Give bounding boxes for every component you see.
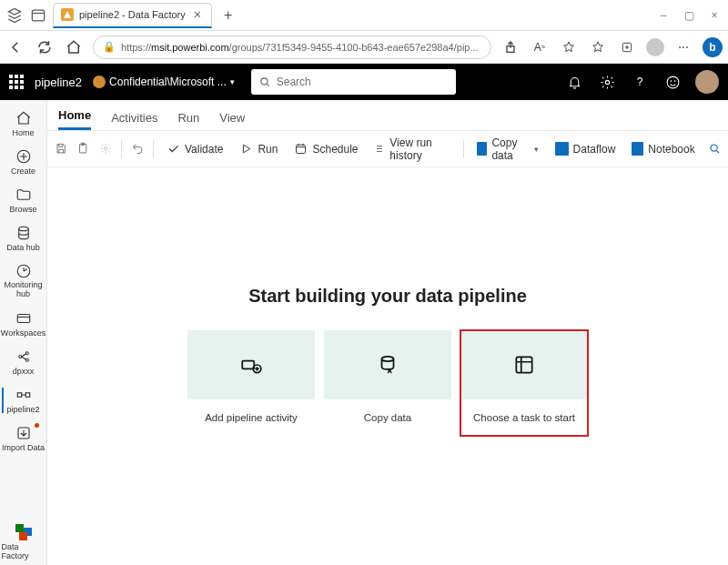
url-host: msit.powerbi.com (151, 42, 229, 53)
copy-data-icon (376, 353, 399, 377)
rail-label: Create (11, 166, 35, 176)
card-add-activity[interactable]: Add pipeline activity (187, 330, 315, 436)
view-run-history-button[interactable]: View run history (371, 135, 455, 164)
svg-point-12 (18, 355, 21, 358)
notebook-icon (632, 142, 643, 156)
user-avatar[interactable] (695, 70, 719, 94)
collections-icon[interactable] (617, 37, 637, 57)
rail-label: Workspaces (1, 328, 46, 338)
svg-point-9 (18, 227, 28, 231)
svg-point-4 (605, 80, 609, 84)
badge-icon (35, 423, 39, 428)
choose-task-icon (512, 353, 536, 377)
card-choose-task[interactable]: Choose a task to start (460, 330, 588, 436)
canvas-heading: Start building your data pipeline (248, 286, 527, 307)
rail-item-browse[interactable]: Browse (2, 182, 46, 218)
rail-label: Monitoring hub (2, 281, 46, 299)
run-button[interactable]: Run (236, 140, 281, 157)
chevron-down-icon: ▾ (534, 145, 539, 154)
profile-avatar[interactable] (646, 38, 664, 56)
svg-rect-11 (17, 314, 30, 322)
rail-item-datahub[interactable]: Data hub (2, 220, 46, 257)
page-title: pipeline2 (35, 76, 82, 89)
card-label: Add pipeline activity (205, 399, 298, 436)
app-launcher-icon[interactable] (9, 75, 24, 89)
rail-item-importdata[interactable]: Import Data (2, 420, 46, 457)
window-maximize-button[interactable]: ▢ (681, 9, 697, 22)
rail-label: pipeline2 (6, 405, 39, 414)
browser-tab[interactable]: pipeline2 - Data Factory × (53, 3, 212, 28)
url-path: /groups/731f5349-9455-4100-b643-eae657e2… (229, 42, 479, 53)
rail-item-dpxxx[interactable]: dpxxx (2, 344, 46, 380)
database-icon (477, 142, 487, 156)
svg-rect-15 (17, 393, 22, 398)
settings-gear-icon[interactable] (99, 141, 112, 157)
svg-point-25 (382, 357, 394, 361)
address-bar[interactable]: 🔒 https://msit.powerbi.com/groups/731f53… (93, 35, 491, 59)
schedule-button[interactable]: Schedule (290, 140, 361, 157)
rail-label: Import Data (2, 443, 45, 452)
feedback-icon[interactable] (662, 72, 682, 92)
svg-rect-26 (516, 357, 531, 372)
save-icon[interactable] (55, 141, 67, 157)
undo-icon[interactable] (131, 141, 144, 157)
browser-workspace-icon[interactable] (29, 6, 47, 25)
browser-tabs-icon[interactable] (5, 6, 24, 25)
paste-icon[interactable] (76, 141, 89, 157)
notebook-button[interactable]: Notebook (628, 140, 698, 157)
window-close-button[interactable]: × (706, 9, 723, 22)
rail-label: dpxxx (13, 367, 35, 376)
rail-item-datafactory[interactable]: Data Factory (2, 520, 46, 565)
dataflow-button[interactable]: Dataflow (551, 140, 620, 157)
shield-icon (93, 76, 106, 88)
tab-run[interactable]: Run (177, 111, 199, 130)
rail-item-workspaces[interactable]: Workspaces (2, 306, 46, 342)
home-button[interactable] (64, 37, 84, 57)
sensitivity-label[interactable]: Confidential\Microsoft ... ▾ (93, 76, 235, 88)
tab-view[interactable]: View (219, 111, 245, 130)
rail-label: Home (12, 128, 34, 137)
rail-item-monitoring[interactable]: Monitoring hub (2, 258, 46, 304)
favorite-add-icon[interactable] (559, 37, 579, 57)
lock-icon: 🔒 (103, 41, 116, 53)
svg-rect-23 (242, 361, 254, 369)
tab-title: pipeline2 - Data Factory (79, 9, 186, 20)
notifications-icon[interactable] (564, 72, 584, 92)
rail-item-create[interactable]: Create (2, 144, 46, 180)
more-icon[interactable]: ⋯ (673, 37, 693, 57)
svg-point-3 (261, 78, 268, 85)
new-tab-button[interactable]: + (217, 5, 239, 26)
rail-label: Data Factory (2, 542, 46, 560)
chevron-down-icon: ▾ (230, 77, 235, 86)
tab-favicon (61, 8, 74, 21)
window-minimize-button[interactable]: – (655, 9, 672, 22)
rail-item-home[interactable]: Home (2, 106, 46, 142)
svg-rect-16 (25, 393, 30, 398)
data-factory-icon (15, 524, 32, 540)
close-icon[interactable]: × (191, 8, 204, 21)
rail-label: Browse (9, 205, 36, 214)
back-button[interactable] (5, 37, 25, 57)
validate-button[interactable]: Validate (163, 140, 227, 157)
rail-item-pipeline2[interactable]: pipeline2 (2, 382, 46, 419)
card-label: Copy data (364, 399, 411, 436)
tab-home[interactable]: Home (58, 108, 91, 130)
search-input[interactable] (277, 76, 449, 88)
search-box[interactable] (251, 69, 456, 95)
favorites-icon[interactable] (588, 37, 608, 57)
pipeline-activity-icon (239, 353, 263, 377)
card-copy-data[interactable]: Copy data (324, 330, 451, 436)
settings-icon[interactable] (597, 72, 617, 92)
share-icon[interactable] (500, 37, 521, 57)
read-aloud-icon[interactable]: A» (530, 37, 550, 57)
ribbon-tabs: Home Activities Run View (47, 100, 728, 131)
find-icon[interactable] (708, 141, 721, 157)
left-rail: Home Create Browse Data hub Monitoring h… (0, 100, 47, 565)
help-icon[interactable]: ? (630, 72, 650, 92)
pipeline-canvas: Start building your data pipeline Add pi… (47, 167, 728, 565)
tab-activities[interactable]: Activities (111, 111, 157, 130)
bing-icon[interactable]: b (703, 37, 723, 57)
refresh-button[interactable] (35, 37, 55, 57)
svg-point-20 (104, 147, 107, 151)
copy-data-button[interactable]: Copy data▾ (473, 135, 542, 164)
